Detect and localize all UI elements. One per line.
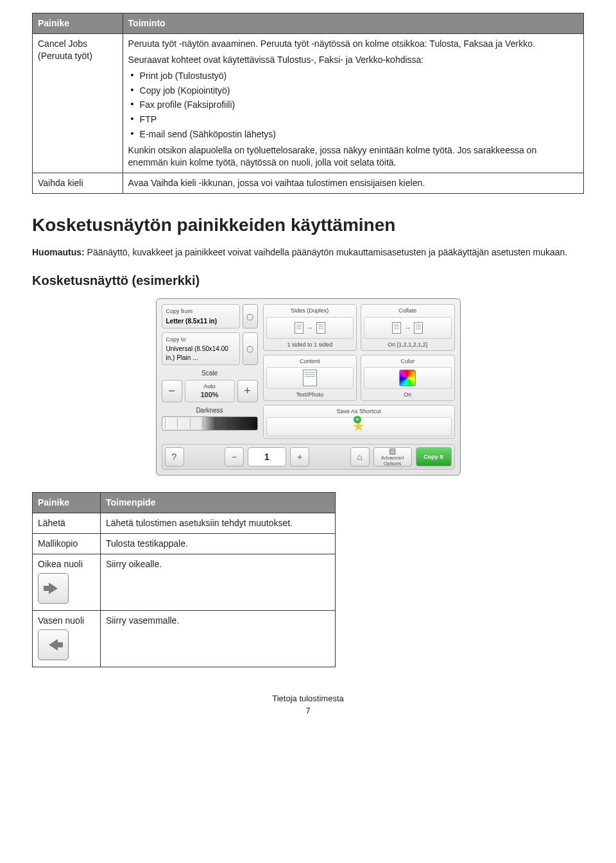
t2-h1: Toimenpide — [100, 493, 335, 513]
t1-r1-c0: Vaihda kieli — [33, 173, 123, 193]
advanced-options-button[interactable]: ▤ Advanced Options — [373, 447, 412, 466]
button-action-table: Painike Toimenpide Lähetä Lähetä tulosti… — [32, 492, 336, 667]
sides-label: Sides (Duplex) — [291, 307, 329, 314]
scale-value: 100% — [200, 390, 218, 400]
help-button[interactable]: ? — [165, 447, 184, 466]
save-shortcut-tile[interactable]: Save As Shortcut ★+ — [263, 405, 455, 439]
darkness-slider[interactable] — [162, 416, 258, 431]
t2-h0: Painike — [33, 493, 101, 513]
home-button[interactable]: ⌂ — [350, 447, 370, 466]
bullet-item: Copy job (Kopiointityö) — [128, 85, 578, 97]
copy-to-panel[interactable]: Copy to Universal (8.50x14.00 in.) Plain… — [162, 332, 240, 365]
t2-r3-c0: Vasen nuoli — [33, 610, 101, 667]
collate-label: Collate — [398, 307, 416, 314]
collate-tile[interactable]: Collate → On [1,2,1,2,1,2] — [361, 304, 455, 350]
copies-plus-button[interactable]: + — [290, 447, 309, 466]
scale-auto: Auto — [203, 382, 216, 390]
sides-tile[interactable]: Sides (Duplex) → 1 sided to 1 sided — [263, 304, 357, 350]
collate-value: On [1,2,1,2,1,2] — [388, 341, 427, 348]
t1-h0: Painike — [33, 13, 123, 34]
t1-r0-p1: Peruuta työt -näytön avaaminen. Peruuta … — [128, 38, 578, 50]
color-value: On — [404, 391, 411, 398]
t2-r2-label: Oikea nuoli — [38, 558, 95, 570]
color-icon — [364, 367, 452, 389]
footer-page-number: 7 — [32, 705, 584, 717]
t1-r0-bullets: Print job (Tulostustyö) Copy job (Kopioi… — [128, 70, 578, 141]
t1-h1: Toiminto — [123, 13, 583, 34]
left-arrow-icon — [38, 629, 69, 660]
right-arrow-icon — [38, 573, 69, 604]
bullet-item: Print job (Tulostustyö) — [128, 70, 578, 82]
subheading: Kosketusnäyttö (esimerkki) — [32, 272, 584, 289]
note-paragraph: Huomautus: Päänäyttö, kuvakkeet ja paini… — [32, 246, 584, 259]
color-label: Color — [400, 357, 415, 365]
t1-r0-p2: Seuraavat kohteet ovat käytettävissä Tul… — [128, 54, 578, 66]
t1-r0-c0: Cancel Jobs (Peruuta työt) — [33, 33, 123, 173]
t1-r1-c1: Avaa Vaihda kieli -ikkunan, jossa voi va… — [123, 173, 583, 193]
note-label: Huomautus: — [32, 247, 85, 257]
darkness-label: Darkness — [162, 406, 258, 415]
section-heading: Kosketusnäytön painikkeiden käyttäminen — [32, 213, 584, 237]
content-label: Content — [300, 357, 320, 365]
scale-plus-button[interactable]: + — [237, 380, 258, 402]
scale-label: Scale — [162, 369, 258, 378]
t2-r2-c1: Siirry oikealle. — [100, 554, 335, 610]
copy-to-label: Copy to — [166, 336, 235, 343]
copies-value: 1 — [248, 447, 286, 466]
footer-title: Tietoja tulostimesta — [32, 693, 584, 705]
save-star-icon: ★+ — [266, 417, 452, 436]
touchscreen-example: Copy from Letter (8.5x11 in) ◯ Copy to U… — [156, 298, 461, 475]
bullet-item: E-mail send (Sähköpostin lähetys) — [128, 128, 578, 141]
sides-icon: → — [266, 317, 354, 339]
content-icon — [266, 367, 354, 389]
copy-from-value: Letter (8.5x11 in) — [166, 317, 235, 326]
bullet-item: Fax profile (Faksiprofiili) — [128, 99, 578, 111]
t2-r3-c1: Siirry vasemmalle. — [100, 610, 335, 667]
sides-value: 1 sided to 1 sided — [287, 341, 332, 348]
copy-from-panel[interactable]: Copy from Letter (8.5x11 in) — [162, 304, 240, 329]
copy-from-info-icon[interactable]: ◯ — [243, 304, 258, 329]
t2-r3-label: Vasen nuoli — [38, 615, 95, 627]
t2-r2-c0: Oikea nuoli — [33, 554, 101, 610]
color-tile[interactable]: Color On — [361, 355, 455, 401]
t1-r0-c1: Peruuta työt -näytön avaaminen. Peruuta … — [123, 33, 583, 173]
copy-it-button[interactable]: Copy It — [416, 447, 452, 466]
collate-icon: → — [364, 317, 452, 339]
t2-r0-c1: Lähetä tulostimen asetuksiin tehdyt muut… — [100, 513, 335, 534]
save-label: Save As Shortcut — [336, 407, 381, 415]
bullet-item: FTP — [128, 114, 578, 126]
t2-r1-c1: Tulosta testikappale. — [100, 533, 335, 554]
copy-to-info-icon[interactable]: ◯ — [243, 332, 258, 365]
copy-from-label: Copy from — [166, 307, 235, 315]
copies-minus-button[interactable]: − — [225, 447, 244, 466]
scale-minus-button[interactable]: − — [162, 380, 182, 402]
scale-value-panel: Auto 100% — [185, 380, 235, 402]
content-value: Text/Photo — [296, 391, 323, 398]
note-text: Päänäyttö, kuvakkeet ja painikkeet voiva… — [85, 247, 568, 257]
page-footer: Tietoja tulostimesta 7 — [32, 693, 584, 717]
content-tile[interactable]: Content Text/Photo — [263, 355, 357, 401]
t1-r0-p3: Kunkin otsikon alapuolella on työluettel… — [128, 144, 578, 169]
t2-r0-c0: Lähetä — [33, 513, 101, 534]
t2-r1-c0: Mallikopio — [33, 533, 101, 554]
copy-to-value: Universal (8.50x14.00 in.) Plain ... — [166, 345, 235, 362]
button-function-table: Painike Toiminto Cancel Jobs (Peruuta ty… — [32, 13, 584, 194]
